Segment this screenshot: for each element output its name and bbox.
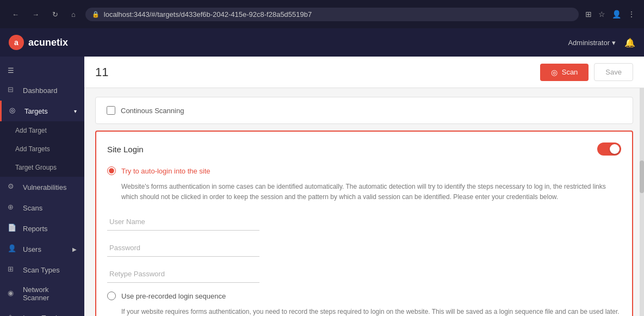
reports-icon: 📄 [8,224,17,233]
content-area: Continous Scanning Site Login Try to aut… [84,88,644,316]
scan-types-icon: ⊞ [8,265,17,275]
scan-button-icon: ◎ [551,68,558,77]
sidebar-item-add-target[interactable]: Add Target [0,121,84,140]
menu-icon[interactable]: ⋮ [628,10,635,18]
site-login-toggle[interactable] [597,142,621,156]
lock-icon: 🔒 [92,11,100,18]
url-text: localhost:3443/#/targets/d433ef6b-2042-4… [104,10,312,18]
app-logo: a acunetix [9,35,68,50]
page-number: 11 [95,65,108,79]
forward-button[interactable]: → [29,8,42,21]
sidebar-item-label: Targets [24,107,48,115]
home-button[interactable]: ⌂ [68,8,79,21]
pre-recorded-radio[interactable] [107,292,116,300]
sidebar-item-reports[interactable]: 📄 Reports [0,218,84,239]
scan-button[interactable]: ◎ Scan [540,64,589,81]
vertical-scrollbar[interactable] [640,57,644,316]
browser-chrome: ← → ↻ ⌂ 🔒 localhost:3443/#/targets/d433e… [0,0,644,28]
main-content: 11 ◎ Scan Save Continous Scanning [84,57,644,316]
continuous-scanning-label[interactable]: Continous Scanning [121,107,184,115]
footer-text: If your website requires forms authentic… [121,307,621,316]
refresh-button[interactable]: ↻ [49,8,61,21]
password-input[interactable] [107,239,259,257]
sidebar-item-scans[interactable]: ⊕ Scans [0,197,84,218]
pre-recorded-option: Use pre-recorded login sequence [107,292,621,300]
sidebar-item-network-scanner[interactable]: ◉ Network Scanner [0,280,84,307]
sidebar-item-label: Issue Trackers [23,314,69,317]
site-login-title: Site Login [107,145,144,154]
auto-login-option: Try to auto-login into the site [107,166,621,175]
sidebar-item-label: Add Target [15,127,47,134]
retype-password-input[interactable] [107,265,259,283]
app-layout: ☰ ⊟ Dashboard ◎ Targets ▾ Add Target Add… [0,57,644,316]
extensions-icon[interactable]: ⊞ [585,10,592,18]
profile-icon[interactable]: 👤 [612,10,621,18]
sidebar-item-label: Add Targets [15,145,50,153]
logo-circle: a [9,35,24,50]
hamburger-button[interactable]: ☰ [0,61,84,80]
sidebar-item-label: Vulnerabilities [23,183,66,191]
username-input[interactable] [107,213,259,231]
sidebar-item-label: Target Groups [15,164,57,171]
username-field [107,213,621,231]
sidebar-item-vulnerabilities[interactable]: ⚙ Vulnerabilities [0,177,84,197]
targets-submenu: Add Target Add Targets Target Groups [0,121,84,177]
page-header: 11 ◎ Scan Save [84,57,644,88]
browser-toolbar-right: ⊞ ☆ 👤 ⋮ [585,10,635,18]
sidebar-item-target-groups[interactable]: Target Groups [0,158,84,177]
sidebar-item-dashboard[interactable]: ⊟ Dashboard [0,80,84,101]
address-bar[interactable]: 🔒 localhost:3443/#/targets/d433ef6b-2042… [85,8,579,21]
toggle-slider [597,142,621,156]
network-scanner-icon: ◉ [8,289,17,299]
scrollbar-thumb[interactable] [640,160,644,193]
site-login-card: Site Login Try to auto-login into the si… [95,131,633,316]
sidebar-item-label: Users [23,245,41,253]
scan-button-label: Scan [562,68,578,76]
star-icon[interactable]: ☆ [598,10,605,18]
app-bar: a acunetix Administrator ▾ 🔔 [0,28,644,57]
appbar-right: Administrator ▾ 🔔 [568,38,635,48]
back-button[interactable]: ← [9,8,22,21]
users-chevron-icon: ▶ [72,246,77,252]
sidebar-item-issue-trackers[interactable]: ◈ Issue Trackers [0,307,84,316]
scans-icon: ⊕ [8,203,17,213]
admin-label: Administrator [568,39,610,47]
auto-login-radio[interactable] [107,166,116,175]
admin-menu-button[interactable]: Administrator ▾ [568,39,616,47]
password-field [107,239,621,257]
sidebar-item-scan-types[interactable]: ⊞ Scan Types [0,259,84,280]
continuous-scanning-checkbox[interactable] [107,106,115,115]
browser-nav: ← → ↻ ⌂ [9,8,79,21]
sidebar-item-label: Scans [23,204,42,212]
users-icon: 👤 [8,244,17,254]
retype-password-field [107,265,621,283]
sidebar-item-label: Scan Types [23,266,60,274]
notifications-icon[interactable]: 🔔 [624,38,635,48]
description-text: Website's forms authentication in some c… [121,182,621,202]
sidebar-item-label: Network Scanner [23,286,77,302]
dashboard-icon: ⊟ [8,85,17,95]
continuous-scanning-section: Continous Scanning [95,97,633,124]
site-login-header: Site Login [107,142,621,156]
save-button[interactable]: Save [594,63,633,81]
auto-login-label[interactable]: Try to auto-login into the site [121,167,210,175]
pre-recorded-label[interactable]: Use pre-recorded login sequence [121,292,226,300]
admin-chevron-icon: ▾ [612,39,616,47]
sidebar: ☰ ⊟ Dashboard ◎ Targets ▾ Add Target Add… [0,57,84,316]
sidebar-item-label: Reports [23,225,48,233]
sidebar-item-add-targets[interactable]: Add Targets [0,140,84,158]
sidebar-item-targets[interactable]: ◎ Targets ▾ [0,101,84,121]
header-actions: ◎ Scan Save [540,63,633,81]
targets-icon: ◎ [9,106,19,116]
app-name: acunetix [28,37,68,48]
continuous-scanning-row: Continous Scanning [107,106,622,115]
targets-chevron-icon: ▾ [74,108,77,114]
issue-trackers-icon: ◈ [8,313,17,316]
sidebar-item-users[interactable]: 👤 Users ▶ [0,239,84,259]
vulnerabilities-icon: ⚙ [8,182,17,192]
sidebar-item-label: Dashboard [23,86,58,95]
